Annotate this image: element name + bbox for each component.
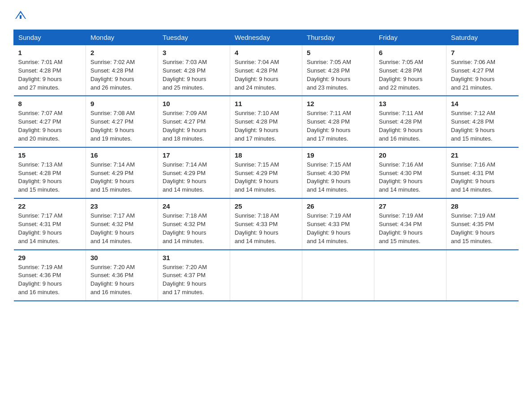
day-info: Sunrise: 7:11 AM Sunset: 4:28 PM Dayligh… <box>379 109 442 143</box>
calendar-cell: 28 Sunrise: 7:19 AM Sunset: 4:35 PM Dayl… <box>446 198 519 249</box>
calendar-cell: 3 Sunrise: 7:03 AM Sunset: 4:28 PM Dayli… <box>158 45 230 96</box>
day-number: 8 <box>18 100 82 107</box>
day-number: 27 <box>379 202 442 210</box>
day-info: Sunrise: 7:19 AM Sunset: 4:34 PM Dayligh… <box>379 212 442 245</box>
weekday-header-sunday: Sunday <box>14 30 86 45</box>
day-number: 30 <box>90 254 153 261</box>
day-info: Sunrise: 7:02 AM Sunset: 4:28 PM Dayligh… <box>90 58 153 92</box>
day-info: Sunrise: 7:08 AM Sunset: 4:27 PM Dayligh… <box>90 109 153 143</box>
day-info: Sunrise: 7:15 AM Sunset: 4:30 PM Dayligh… <box>307 161 369 194</box>
day-number: 5 <box>307 49 369 56</box>
calendar-cell: 25 Sunrise: 7:18 AM Sunset: 4:33 PM Dayl… <box>230 198 302 249</box>
calendar-cell: 9 Sunrise: 7:08 AM Sunset: 4:27 PM Dayli… <box>86 96 158 147</box>
day-info: Sunrise: 7:18 AM Sunset: 4:32 PM Dayligh… <box>163 212 225 245</box>
day-number: 29 <box>18 254 82 261</box>
day-number: 15 <box>18 151 82 159</box>
day-number: 24 <box>163 202 225 210</box>
day-info: Sunrise: 7:17 AM Sunset: 4:31 PM Dayligh… <box>18 212 82 245</box>
day-number: 7 <box>451 49 514 56</box>
day-number: 28 <box>451 202 514 210</box>
calendar-cell: 12 Sunrise: 7:11 AM Sunset: 4:28 PM Dayl… <box>302 96 374 147</box>
calendar-cell: 26 Sunrise: 7:19 AM Sunset: 4:33 PM Dayl… <box>302 198 374 249</box>
calendar-cell: 29 Sunrise: 7:19 AM Sunset: 4:36 PM Dayl… <box>14 250 86 301</box>
calendar-cell <box>302 250 374 301</box>
day-number: 1 <box>18 49 82 56</box>
calendar-header: SundayMondayTuesdayWednesdayThursdayFrid… <box>14 30 519 45</box>
weekday-header-wednesday: Wednesday <box>230 30 302 45</box>
calendar-cell: 2 Sunrise: 7:02 AM Sunset: 4:28 PM Dayli… <box>86 45 158 96</box>
logo <box>13 9 28 21</box>
day-info: Sunrise: 7:13 AM Sunset: 4:28 PM Dayligh… <box>18 161 82 194</box>
calendar-cell: 11 Sunrise: 7:10 AM Sunset: 4:28 PM Dayl… <box>230 96 302 147</box>
day-number: 23 <box>90 202 153 210</box>
day-info: Sunrise: 7:01 AM Sunset: 4:28 PM Dayligh… <box>18 58 82 92</box>
calendar-cell: 7 Sunrise: 7:06 AM Sunset: 4:27 PM Dayli… <box>446 45 519 96</box>
calendar-cell: 31 Sunrise: 7:20 AM Sunset: 4:37 PM Dayl… <box>158 250 230 301</box>
calendar-cell: 10 Sunrise: 7:09 AM Sunset: 4:27 PM Dayl… <box>158 96 230 147</box>
weekday-header-row: SundayMondayTuesdayWednesdayThursdayFrid… <box>14 30 519 45</box>
day-number: 12 <box>307 100 369 107</box>
calendar-cell: 1 Sunrise: 7:01 AM Sunset: 4:28 PM Dayli… <box>14 45 86 96</box>
calendar-cell <box>374 250 446 301</box>
day-number: 13 <box>379 100 442 107</box>
day-info: Sunrise: 7:07 AM Sunset: 4:27 PM Dayligh… <box>18 109 82 143</box>
day-number: 22 <box>18 202 82 210</box>
day-info: Sunrise: 7:19 AM Sunset: 4:36 PM Dayligh… <box>18 263 82 297</box>
weekday-header-monday: Monday <box>86 30 158 45</box>
calendar-body: 1 Sunrise: 7:01 AM Sunset: 4:28 PM Dayli… <box>14 45 519 301</box>
day-info: Sunrise: 7:06 AM Sunset: 4:27 PM Dayligh… <box>451 58 514 92</box>
calendar-week-row: 29 Sunrise: 7:19 AM Sunset: 4:36 PM Dayl… <box>14 250 519 301</box>
calendar-cell: 14 Sunrise: 7:12 AM Sunset: 4:28 PM Dayl… <box>446 96 519 147</box>
day-number: 21 <box>451 151 514 159</box>
day-number: 26 <box>307 202 369 210</box>
day-number: 18 <box>235 151 297 159</box>
calendar-cell: 4 Sunrise: 7:04 AM Sunset: 4:28 PM Dayli… <box>230 45 302 96</box>
calendar-cell: 22 Sunrise: 7:17 AM Sunset: 4:31 PM Dayl… <box>14 198 86 249</box>
calendar-week-row: 8 Sunrise: 7:07 AM Sunset: 4:27 PM Dayli… <box>14 96 519 147</box>
day-number: 25 <box>235 202 297 210</box>
calendar-cell: 8 Sunrise: 7:07 AM Sunset: 4:27 PM Dayli… <box>14 96 86 147</box>
calendar-week-row: 1 Sunrise: 7:01 AM Sunset: 4:28 PM Dayli… <box>14 45 519 96</box>
weekday-header-saturday: Saturday <box>446 30 519 45</box>
day-info: Sunrise: 7:16 AM Sunset: 4:31 PM Dayligh… <box>451 161 514 194</box>
day-info: Sunrise: 7:03 AM Sunset: 4:28 PM Dayligh… <box>163 58 225 92</box>
calendar-cell: 27 Sunrise: 7:19 AM Sunset: 4:34 PM Dayl… <box>374 198 446 249</box>
calendar-cell: 16 Sunrise: 7:14 AM Sunset: 4:29 PM Dayl… <box>86 147 158 198</box>
calendar-cell: 23 Sunrise: 7:17 AM Sunset: 4:32 PM Dayl… <box>86 198 158 249</box>
calendar-cell: 30 Sunrise: 7:20 AM Sunset: 4:36 PM Dayl… <box>86 250 158 301</box>
day-number: 19 <box>307 151 369 159</box>
day-info: Sunrise: 7:14 AM Sunset: 4:29 PM Dayligh… <box>90 161 153 194</box>
day-number: 6 <box>379 49 442 56</box>
calendar-cell: 5 Sunrise: 7:05 AM Sunset: 4:28 PM Dayli… <box>302 45 374 96</box>
page-header <box>13 9 519 21</box>
calendar-cell: 18 Sunrise: 7:15 AM Sunset: 4:29 PM Dayl… <box>230 147 302 198</box>
day-number: 10 <box>163 100 225 107</box>
day-number: 16 <box>90 151 153 159</box>
calendar-table: SundayMondayTuesdayWednesdayThursdayFrid… <box>13 30 519 301</box>
day-info: Sunrise: 7:16 AM Sunset: 4:30 PM Dayligh… <box>379 161 442 194</box>
weekday-header-friday: Friday <box>374 30 446 45</box>
calendar-cell: 21 Sunrise: 7:16 AM Sunset: 4:31 PM Dayl… <box>446 147 519 198</box>
day-info: Sunrise: 7:04 AM Sunset: 4:28 PM Dayligh… <box>235 58 297 92</box>
day-number: 9 <box>90 100 153 107</box>
calendar-cell: 15 Sunrise: 7:13 AM Sunset: 4:28 PM Dayl… <box>14 147 86 198</box>
day-info: Sunrise: 7:10 AM Sunset: 4:28 PM Dayligh… <box>235 109 297 143</box>
day-number: 31 <box>163 254 225 261</box>
calendar-cell: 6 Sunrise: 7:05 AM Sunset: 4:28 PM Dayli… <box>374 45 446 96</box>
calendar-week-row: 22 Sunrise: 7:17 AM Sunset: 4:31 PM Dayl… <box>14 198 519 249</box>
calendar-cell: 20 Sunrise: 7:16 AM Sunset: 4:30 PM Dayl… <box>374 147 446 198</box>
day-info: Sunrise: 7:14 AM Sunset: 4:29 PM Dayligh… <box>163 161 225 194</box>
day-info: Sunrise: 7:05 AM Sunset: 4:28 PM Dayligh… <box>379 58 442 92</box>
day-info: Sunrise: 7:05 AM Sunset: 4:28 PM Dayligh… <box>307 58 369 92</box>
calendar-cell: 13 Sunrise: 7:11 AM Sunset: 4:28 PM Dayl… <box>374 96 446 147</box>
day-number: 17 <box>163 151 225 159</box>
day-info: Sunrise: 7:18 AM Sunset: 4:33 PM Dayligh… <box>235 212 297 245</box>
day-info: Sunrise: 7:15 AM Sunset: 4:29 PM Dayligh… <box>235 161 297 194</box>
day-info: Sunrise: 7:19 AM Sunset: 4:33 PM Dayligh… <box>307 212 369 245</box>
weekday-header-tuesday: Tuesday <box>158 30 230 45</box>
day-number: 11 <box>235 100 297 107</box>
calendar-cell <box>446 250 519 301</box>
day-number: 20 <box>379 151 442 159</box>
calendar-week-row: 15 Sunrise: 7:13 AM Sunset: 4:28 PM Dayl… <box>14 147 519 198</box>
calendar-cell: 24 Sunrise: 7:18 AM Sunset: 4:32 PM Dayl… <box>158 198 230 249</box>
